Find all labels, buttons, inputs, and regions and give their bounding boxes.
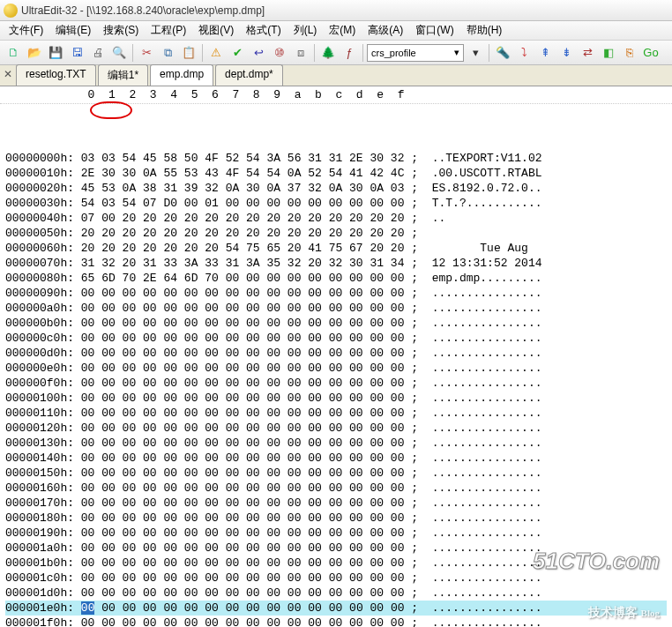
marker-icon[interactable]: ◧ xyxy=(599,43,618,63)
hex-row[interactable]: 00000020h: 45 53 0A 38 31 39 32 0A 30 0A… xyxy=(5,181,667,196)
go-icon[interactable]: Go xyxy=(641,43,661,63)
find-icon[interactable]: 🔦 xyxy=(493,43,512,63)
menu-item[interactable]: 窗口(W) xyxy=(410,21,459,40)
menu-item[interactable]: 搜索(S) xyxy=(98,21,144,40)
hex-row[interactable]: 00000090h: 00 00 00 00 00 00 00 00 00 00… xyxy=(5,286,667,301)
hex-row[interactable]: 00000130h: 00 00 00 00 00 00 00 00 00 00… xyxy=(5,436,667,451)
annotation-circle xyxy=(90,101,132,119)
hex-row[interactable]: 00000040h: 07 00 20 20 20 20 20 20 20 20… xyxy=(5,211,667,226)
hex-row[interactable]: 00000120h: 00 00 00 00 00 00 00 00 00 00… xyxy=(5,421,667,436)
bookmark-up-icon[interactable]: ⇞ xyxy=(535,43,555,63)
cut-icon[interactable]: ✂ xyxy=(137,43,156,63)
hex-row[interactable]: 00000030h: 54 03 54 07 D0 00 01 00 00 00… xyxy=(5,196,667,211)
hex-row[interactable]: 00000150h: 00 00 00 00 00 00 00 00 00 00… xyxy=(5,466,667,481)
dropdown-icon[interactable]: ▾ xyxy=(466,43,485,63)
menu-item[interactable]: 列(L) xyxy=(288,21,323,40)
hex-view[interactable]: 51CTO.com 技术博客 Blog 00000000h: 03 03 54 … xyxy=(0,104,672,627)
hex-row[interactable]: 00000110h: 00 00 00 00 00 00 00 00 00 00… xyxy=(5,406,667,421)
separator xyxy=(362,44,363,62)
hex-row[interactable]: 00000050h: 20 20 20 20 20 20 20 20 20 20… xyxy=(5,226,667,241)
hex-row[interactable]: 00000180h: 00 00 00 00 00 00 00 00 00 00… xyxy=(5,511,667,526)
hex-row[interactable]: 00000000h: 03 03 54 45 58 50 4F 52 54 3A… xyxy=(5,151,667,166)
toolbar: 🗋📂💾🖫🖨🔍✂⧉📋⚠✔↩⑩⧈🌲ƒcrs_profile▾▾🔦⤵⇞⇟⇄◧⎘Go xyxy=(0,41,672,65)
tab-strip: ✕ resetlog.TXT编辑1*emp.dmpdept.dmp* xyxy=(0,65,672,86)
separator xyxy=(489,44,489,62)
hex-row[interactable]: 00000140h: 00 00 00 00 00 00 00 00 00 00… xyxy=(5,451,667,466)
separator xyxy=(314,44,315,62)
hex-row[interactable]: 000001b0h: 00 00 00 00 00 00 00 00 00 00… xyxy=(5,556,667,571)
menu-item[interactable]: 工程(P) xyxy=(146,21,191,40)
tree-icon[interactable]: 🌲 xyxy=(318,43,338,63)
hex-row[interactable]: 000000d0h: 00 00 00 00 00 00 00 00 00 00… xyxy=(5,346,667,361)
hex-row[interactable]: 000000c0h: 00 00 00 00 00 00 00 00 00 00… xyxy=(5,331,667,346)
link-icon[interactable]: ⎘ xyxy=(620,43,639,63)
file-tab[interactable]: dept.dmp* xyxy=(215,64,283,86)
arrows-icon[interactable]: ⇄ xyxy=(578,43,597,63)
hex-row[interactable]: 000001e0h: 00 00 00 00 00 00 00 00 00 00… xyxy=(5,601,667,616)
profile-combo[interactable]: crs_profile▾ xyxy=(367,44,464,62)
file-tab[interactable]: 编辑1* xyxy=(98,64,148,86)
menu-item[interactable]: 视图(V) xyxy=(193,21,239,40)
separator xyxy=(132,44,133,62)
hex-row[interactable]: 000001a0h: 00 00 00 00 00 00 00 00 00 00… xyxy=(5,541,667,556)
file-tab[interactable]: resetlog.TXT xyxy=(16,64,96,86)
chevron-down-icon: ▾ xyxy=(454,47,459,58)
alert-icon[interactable]: ⚠ xyxy=(206,43,226,63)
saveall-icon[interactable]: 🖫 xyxy=(67,43,86,63)
menu-item[interactable]: 格式(T) xyxy=(241,21,286,40)
menu-item[interactable]: 宏(M) xyxy=(324,21,361,40)
title-bar: UltraEdit-32 - [\\192.168.8.240\oracle\e… xyxy=(0,0,672,21)
hex-row[interactable]: 00000060h: 20 20 20 20 20 20 20 54 75 65… xyxy=(5,241,667,256)
hex-icon[interactable]: ⑩ xyxy=(270,43,289,63)
window-title: UltraEdit-32 - [\\192.168.8.240\oracle\e… xyxy=(21,4,265,17)
open-icon[interactable]: 📂 xyxy=(25,43,44,63)
hex-row[interactable]: 00000170h: 00 00 00 00 00 00 00 00 00 00… xyxy=(5,496,667,511)
close-panel-icon[interactable]: ✕ xyxy=(2,68,14,80)
bin-icon[interactable]: ⧈ xyxy=(291,43,310,63)
hex-column-header: 0 1 2 3 4 5 6 7 8 9 a b c d e f xyxy=(0,86,672,104)
hex-row[interactable]: 00000190h: 00 00 00 00 00 00 00 00 00 00… xyxy=(5,526,667,541)
save-icon[interactable]: 💾 xyxy=(46,43,65,63)
menu-item[interactable]: 文件(F) xyxy=(4,21,49,40)
check-icon[interactable]: ✔ xyxy=(228,43,247,63)
hex-row[interactable]: 000001f0h: 00 00 00 00 00 00 00 00 00 00… xyxy=(5,616,667,627)
menu-item[interactable]: 高级(A) xyxy=(362,21,408,40)
hex-row[interactable]: 00000100h: 00 00 00 00 00 00 00 00 00 00… xyxy=(5,391,667,406)
hex-row[interactable]: 000000f0h: 00 00 00 00 00 00 00 00 00 00… xyxy=(5,376,667,391)
menu-item[interactable]: 编辑(E) xyxy=(50,21,96,40)
paste-icon[interactable]: 📋 xyxy=(179,43,198,63)
menu-bar: 文件(F)编辑(E)搜索(S)工程(P)视图(V)格式(T)列(L)宏(M)高级… xyxy=(0,21,672,41)
copy-icon[interactable]: ⧉ xyxy=(158,43,177,63)
hex-row[interactable]: 00000010h: 2E 30 30 0A 55 53 43 4F 54 54… xyxy=(5,166,667,181)
hex-row[interactable]: 00000160h: 00 00 00 00 00 00 00 00 00 00… xyxy=(5,481,667,496)
preview-icon[interactable]: 🔍 xyxy=(109,43,129,63)
hex-row[interactable]: 00000080h: 65 6D 70 2E 64 6D 70 00 00 00… xyxy=(5,271,667,286)
hex-row[interactable]: 000000b0h: 00 00 00 00 00 00 00 00 00 00… xyxy=(5,316,667,331)
hex-row[interactable]: 000000a0h: 00 00 00 00 00 00 00 00 00 00… xyxy=(5,301,667,316)
hex-row[interactable]: 000001c0h: 00 00 00 00 00 00 00 00 00 00… xyxy=(5,571,667,586)
hex-row[interactable]: 000001d0h: 00 00 00 00 00 00 00 00 00 00… xyxy=(5,586,667,601)
app-icon xyxy=(4,4,18,18)
wrap-icon[interactable]: ↩ xyxy=(249,43,268,63)
separator xyxy=(202,44,203,62)
file-tab[interactable]: emp.dmp xyxy=(150,64,213,86)
hex-row[interactable]: 00000070h: 31 32 20 31 33 3A 33 31 3A 35… xyxy=(5,256,667,271)
bookmark-dn-icon[interactable]: ⇟ xyxy=(556,43,576,63)
print-icon[interactable]: 🖨 xyxy=(88,43,108,63)
func-icon[interactable]: ƒ xyxy=(340,43,359,63)
menu-item[interactable]: 帮助(H) xyxy=(461,21,508,40)
findnext-icon[interactable]: ⤵ xyxy=(514,43,534,63)
hex-row[interactable]: 000000e0h: 00 00 00 00 00 00 00 00 00 00… xyxy=(5,361,667,376)
new-icon[interactable]: 🗋 xyxy=(4,43,23,63)
